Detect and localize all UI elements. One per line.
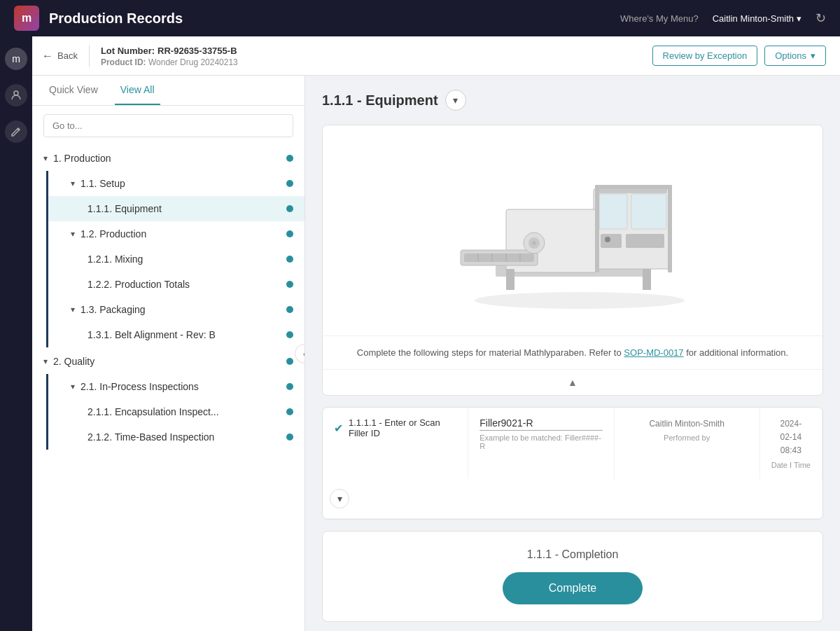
tree-item-production[interactable]: ▾ 1. Production (32, 146, 304, 171)
chevron-up-icon: ▲ (568, 377, 578, 388)
status-dot-production-sub (286, 230, 293, 237)
chevron-down-icon: ▾ (43, 356, 48, 366)
datetime-cell: 2024- 02-14 08:43 Date I Time (760, 408, 822, 479)
svg-point-0 (14, 91, 18, 95)
tree-item-equipment[interactable]: 1.1.1. Equipment (48, 196, 304, 221)
check-label-text: 1.1.1.1 - Enter or Scan Filler ID (349, 417, 456, 438)
sidebar-icon-logo[interactable]: m (5, 48, 27, 70)
equipment-desc-pre: Complete the following steps for materia… (357, 347, 622, 358)
tree-label-production-totals: 1.2.2. Production Totals (88, 279, 190, 290)
meta-cell: Caitlin Minton-Smith Performed by (615, 408, 760, 479)
lot-number-label: Lot Number: (101, 46, 155, 56)
svg-rect-20 (668, 185, 672, 272)
user-menu[interactable]: Caitlin Minton-Smith ▾ (713, 13, 802, 24)
tree-label-equipment: 1.1.1. Equipment (88, 203, 162, 214)
section-title: 1.1.1 - Equipment (322, 92, 438, 109)
performed-by-value: Caitlin Minton-Smith (626, 417, 748, 431)
tree-item-production-sub[interactable]: ▾ 1.2. Production (48, 221, 304, 247)
back-arrow-icon: ← (42, 50, 53, 62)
detail-card: ✔ 1.1.1.1 - Enter or Scan Filler ID Fill… (322, 407, 823, 520)
left-sidebar: m (0, 36, 32, 631)
tree-item-in-process[interactable]: ▾ 2.1. In-Process Inspections (48, 374, 304, 399)
back-button[interactable]: ← Back (42, 50, 78, 62)
tree-section-2: ▾ 2. Quality ▾ 2.1. In-Process Inspectio… (32, 349, 304, 450)
app-title: Production Records (49, 11, 620, 27)
complete-button[interactable]: Complete (503, 572, 643, 604)
status-dot-equipment (286, 205, 293, 212)
product-id-value: Wonder Drug 20240213 (148, 57, 238, 67)
svg-rect-7 (464, 254, 534, 262)
tree-label-time-based: 2.1.2. Time-Based Inspection (88, 431, 214, 443)
svg-point-1 (475, 292, 685, 309)
status-dot-production (286, 155, 293, 162)
svg-point-17 (605, 237, 610, 242)
tree-label-mixing: 1.2.1. Mixing (88, 254, 143, 265)
chevron-down-icon: ▾ (797, 13, 802, 24)
tree-item-production-totals[interactable]: 1.2.2. Production Totals (48, 272, 304, 297)
refresh-icon[interactable]: ↻ (816, 11, 826, 26)
app-logo: m (14, 6, 39, 31)
tree-label-setup: 1.1. Setup (80, 178, 125, 189)
chevron-down-icon: ▾ (71, 179, 75, 188)
svg-point-24 (532, 241, 536, 245)
chevron-down-icon: ▾ (71, 382, 75, 391)
wheres-my-menu-link[interactable]: Where's My Menu? (620, 13, 699, 24)
tree-item-belt-alignment[interactable]: 1.3.1. Belt Alignment - Rev: B (48, 322, 304, 347)
check-cell: ✔ 1.1.1.1 - Enter or Scan Filler ID (323, 408, 468, 479)
tree-label-production-sub: 1.2. Production (80, 228, 146, 240)
status-dot-encapsulation (286, 408, 293, 415)
user-name: Caitlin Minton-Smith (713, 13, 794, 24)
status-dot-quality (286, 358, 293, 365)
quality-subsections: ▾ 2.1. In-Process Inspections 2.1.1. Enc… (46, 374, 304, 450)
goto-input[interactable] (43, 114, 293, 137)
product-id-label: Product ID: (101, 57, 146, 67)
chevron-down-icon: ▾ (453, 95, 458, 106)
chevron-down-icon: ▾ (71, 229, 75, 239)
options-label: Options (775, 50, 806, 61)
tree-item-time-based[interactable]: 2.1.2. Time-Based Inspection (48, 424, 304, 450)
date-label: Date I Time (771, 461, 811, 469)
tree-item-quality[interactable]: ▾ 2. Quality (32, 349, 304, 374)
back-label: Back (57, 50, 78, 61)
status-dot-production-totals (286, 281, 293, 288)
equipment-sop-link[interactable]: SOP-MD-0017 (624, 347, 683, 358)
check-label: ✔ 1.1.1.1 - Enter or Scan Filler ID (334, 417, 456, 438)
chevron-down-icon: ▾ (337, 493, 342, 504)
datetime-value: 2024- 02-14 08:43 (771, 417, 811, 458)
input-cell: Filler9021-R Example to be matched: Fill… (468, 408, 614, 479)
tree-item-encapsulation[interactable]: 2.1.1. Encapsulation Inspect... (48, 399, 304, 424)
tree-section-1: ▾ 1. Production ▾ 1.1. Setup (32, 146, 304, 347)
equipment-image (440, 146, 706, 314)
tree-label-encapsulation: 2.1.1. Encapsulation Inspect... (88, 406, 219, 417)
tab-view-all[interactable]: View All (115, 76, 160, 105)
tree-label-quality: 2. Quality (53, 356, 94, 367)
tree-label-belt-alignment: 1.3.1. Belt Alignment - Rev: B (88, 329, 216, 340)
review-by-exception-button[interactable]: Review by Exception (652, 46, 758, 66)
tab-quick-view[interactable]: Quick View (43, 76, 104, 105)
tree-label-packaging: 1.3. Packaging (80, 304, 146, 315)
equipment-card: Complete the following steps for materia… (322, 125, 823, 396)
input-hint: Example to be matched: Filler####-R (479, 434, 602, 450)
row-dropdown-button[interactable]: ▾ (330, 489, 349, 508)
checkmark-icon: ✔ (334, 422, 343, 435)
chevron-down-icon: ▾ (811, 50, 816, 61)
tree-item-mixing[interactable]: 1.2.1. Mixing (48, 247, 304, 272)
row-dropdown-cell: ▾ (323, 479, 468, 518)
tree-item-setup[interactable]: ▾ 1.1. Setup (48, 171, 304, 196)
sidebar-icon-edit[interactable] (5, 120, 27, 143)
chevron-down-icon: ▾ (71, 305, 75, 314)
input-value: Filler9021-R (479, 417, 602, 431)
sidebar-icon-person[interactable] (5, 84, 27, 106)
completion-card: 1.1.1 - Completion Complete (322, 531, 823, 622)
equipment-desc-post: for additional information. (686, 347, 788, 358)
panel-tabs: Quick View View All (32, 76, 304, 106)
detail-row: ✔ 1.1.1.1 - Enter or Scan Filler ID Fill… (323, 408, 822, 519)
status-dot-mixing (286, 256, 293, 263)
options-button[interactable]: Options ▾ (764, 46, 826, 66)
tree-label-production: 1. Production (53, 153, 111, 164)
status-dot-setup (286, 180, 293, 187)
section-dropdown-button[interactable]: ▾ (445, 90, 466, 111)
tree-item-packaging[interactable]: ▾ 1.3. Packaging (48, 297, 304, 322)
svg-rect-16 (601, 234, 622, 248)
scroll-up-button[interactable]: ▲ (323, 369, 822, 395)
